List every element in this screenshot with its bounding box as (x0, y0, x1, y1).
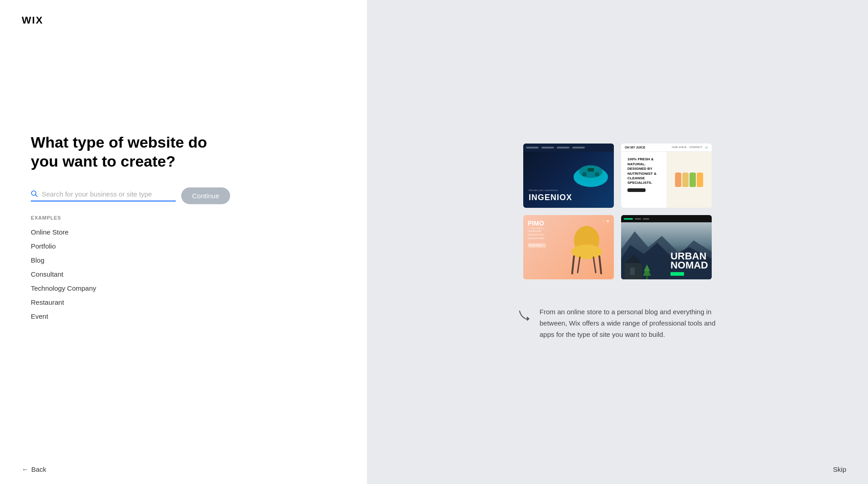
svg-marker-22 (527, 316, 530, 321)
urban-title: URBANNOMAD (670, 252, 708, 271)
nav-dot-1 (526, 147, 539, 149)
urban-landscape: URBANNOMAD (621, 222, 712, 279)
example-item-consultant[interactable]: Consultant (31, 268, 336, 280)
ingeniox-device (572, 154, 610, 191)
ingeniox-sub-text: Elevate your experience (529, 189, 558, 192)
nav-dot-3 (557, 147, 569, 149)
back-button[interactable]: ← Back (22, 465, 46, 473)
page-title: What type of website do you want to crea… (31, 133, 221, 171)
nav-dot-4 (572, 147, 585, 149)
pimo-chair (564, 225, 609, 274)
curved-arrow-icon (518, 307, 532, 325)
back-label: Back (31, 465, 46, 473)
svg-line-12 (578, 257, 580, 273)
svg-rect-18 (630, 268, 635, 275)
svg-point-5 (582, 172, 587, 177)
pimo-brand: PIMO (528, 220, 546, 227)
bottle-4 (697, 173, 703, 187)
juice-nav-2: CONTACT (689, 146, 702, 149)
example-item-event[interactable]: Event (31, 310, 336, 322)
svg-line-13 (593, 257, 596, 273)
preview-card-juice: OH MY JUICE OUR JUICE CONTACT 🛒 100% FRE… (621, 144, 712, 208)
juice-nav: OUR JUICE CONTACT 🛒 (672, 146, 708, 149)
example-item-technology-company[interactable]: Technology Company (31, 282, 336, 294)
examples-label: EXAMPLES (31, 215, 336, 220)
description-block: From an online store to a personal blog … (518, 307, 717, 340)
urban-nav-dot-3 (643, 218, 649, 220)
search-wrapper (31, 190, 176, 201)
bottle-3 (690, 173, 696, 187)
juice-headline: 100% FRESH & NATURAL. DESIGNED BY NUTRIT… (625, 154, 663, 185)
juice-cart: 🛒 (705, 146, 708, 149)
svg-point-9 (571, 244, 602, 259)
pimo-sub: Handmadefurniture fromrecycled steel (528, 230, 546, 240)
juice-logo: OH MY JUICE (625, 146, 645, 149)
search-input[interactable] (42, 190, 176, 198)
urban-nav-dot-1 (624, 218, 633, 220)
urban-cta (670, 272, 684, 276)
nav-dot-2 (541, 147, 554, 149)
example-item-online-store[interactable]: Online Store (31, 226, 336, 238)
urban-title-overlay: URBANNOMAD (670, 252, 708, 276)
pimo-cta: SHOP NOW → (528, 243, 546, 248)
ingeniox-nav (523, 144, 614, 152)
pimo-hearts: ♡ ♥ (601, 219, 609, 224)
description-text: From an online store to a personal blog … (540, 307, 717, 340)
back-arrow-icon: ← (22, 465, 29, 473)
juice-text: 100% FRESH & NATURAL. DESIGNED BY NUTRIT… (621, 152, 666, 208)
bottle-1 (675, 173, 681, 187)
example-item-blog[interactable]: Blog (31, 254, 336, 266)
main-content: What type of website do you want to crea… (0, 0, 367, 455)
svg-line-10 (572, 256, 574, 273)
juice-header: OH MY JUICE OUR JUICE CONTACT 🛒 (621, 144, 712, 152)
example-item-restaurant[interactable]: Restaurant (31, 296, 336, 308)
juice-body: 100% FRESH & NATURAL. DESIGNED BY NUTRIT… (621, 152, 712, 208)
preview-card-urban: URBANNOMAD (621, 215, 712, 279)
example-item-portfolio[interactable]: Portfolio (31, 240, 336, 252)
preview-card-pimo: PIMO — five colors Handmadefurniture fro… (523, 215, 614, 279)
preview-card-ingeniox: Elevate your experience INGENIOX (523, 144, 614, 208)
search-row: Continue (31, 187, 336, 204)
skip-button[interactable]: Skip (833, 465, 846, 473)
juice-cta (627, 188, 646, 192)
ingeniox-title: INGENIOX (529, 193, 572, 202)
svg-point-6 (595, 172, 599, 177)
pimo-text: PIMO — five colors Handmadefurniture fro… (528, 220, 546, 247)
urban-nav (621, 215, 712, 222)
svg-line-11 (599, 256, 601, 273)
bottom-bar: ← Back (0, 455, 367, 484)
bottle-row (675, 173, 703, 187)
search-icon (31, 190, 38, 197)
right-panel: Elevate your experience INGENIOX OH MY J… (367, 0, 868, 484)
preview-grid: Elevate your experience INGENIOX OH MY J… (523, 144, 712, 279)
juice-nav-1: OUR JUICE (672, 146, 686, 149)
svg-line-1 (36, 195, 38, 197)
continue-button[interactable]: Continue (181, 187, 230, 204)
left-panel: WIX What type of website do you want to … (0, 0, 367, 484)
wix-logo: WIX (22, 14, 43, 26)
examples-list: Online Store Portfolio Blog Consultant T… (31, 226, 336, 322)
svg-rect-7 (588, 168, 594, 172)
urban-nav-dot-2 (635, 218, 641, 220)
bottle-2 (682, 173, 689, 187)
juice-bottles (666, 152, 712, 208)
